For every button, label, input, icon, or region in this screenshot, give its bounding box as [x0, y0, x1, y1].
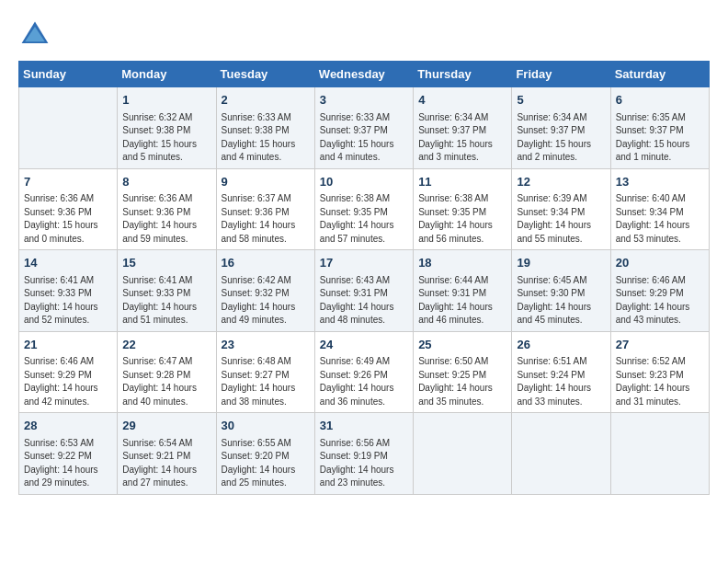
- day-number: 19: [517, 254, 605, 272]
- calendar-cell: 25Sunrise: 6:50 AM Sunset: 9:25 PM Dayli…: [414, 331, 512, 413]
- cell-content: Sunrise: 6:33 AM Sunset: 9:38 PM Dayligh…: [222, 111, 310, 165]
- calendar-cell: 11Sunrise: 6:38 AM Sunset: 9:35 PM Dayli…: [414, 168, 512, 250]
- cell-content: Sunrise: 6:37 AM Sunset: 9:36 PM Dayligh…: [222, 192, 310, 246]
- calendar-cell: 15Sunrise: 6:41 AM Sunset: 9:33 PM Dayli…: [118, 250, 216, 332]
- cell-content: Sunrise: 6:55 AM Sunset: 9:20 PM Dayligh…: [222, 437, 310, 490]
- cell-content: Sunrise: 6:46 AM Sunset: 9:29 PM Dayligh…: [616, 274, 704, 327]
- day-number: 23: [222, 336, 310, 354]
- day-number: 15: [122, 254, 210, 272]
- cell-content: Sunrise: 6:40 AM Sunset: 9:34 PM Dayligh…: [616, 192, 704, 246]
- calendar-cell: 13Sunrise: 6:40 AM Sunset: 9:34 PM Dayli…: [610, 168, 709, 250]
- header-friday: Friday: [512, 62, 610, 87]
- cell-content: Sunrise: 6:52 AM Sunset: 9:23 PM Dayligh…: [616, 355, 704, 408]
- day-number: 4: [418, 91, 506, 109]
- week-row-0: 1Sunrise: 6:32 AM Sunset: 9:38 PM Daylig…: [19, 87, 710, 169]
- calendar-cell: 1Sunrise: 6:32 AM Sunset: 9:38 PM Daylig…: [118, 87, 216, 169]
- day-number: 13: [616, 173, 704, 191]
- calendar-cell: 23Sunrise: 6:48 AM Sunset: 9:27 PM Dayli…: [216, 331, 314, 413]
- cell-content: Sunrise: 6:36 AM Sunset: 9:36 PM Dayligh…: [24, 192, 112, 246]
- calendar-cell: [610, 413, 709, 495]
- week-row-2: 14Sunrise: 6:41 AM Sunset: 9:33 PM Dayli…: [19, 250, 710, 332]
- day-number: 29: [122, 417, 210, 435]
- cell-content: Sunrise: 6:51 AM Sunset: 9:24 PM Dayligh…: [517, 355, 605, 408]
- week-row-1: 7Sunrise: 6:36 AM Sunset: 9:36 PM Daylig…: [19, 168, 710, 250]
- calendar-cell: 24Sunrise: 6:49 AM Sunset: 9:26 PM Dayli…: [314, 331, 413, 413]
- logo-icon: [18, 18, 51, 52]
- day-number: 20: [616, 254, 704, 272]
- day-number: 6: [616, 91, 704, 109]
- cell-content: Sunrise: 6:41 AM Sunset: 9:33 PM Dayligh…: [122, 274, 210, 327]
- header-tuesday: Tuesday: [216, 62, 314, 87]
- calendar-cell: 5Sunrise: 6:34 AM Sunset: 9:37 PM Daylig…: [512, 87, 610, 169]
- header-sunday: Sunday: [19, 62, 118, 87]
- day-number: 2: [222, 91, 310, 109]
- cell-content: Sunrise: 6:34 AM Sunset: 9:37 PM Dayligh…: [418, 111, 506, 165]
- day-number: 21: [24, 336, 112, 354]
- calendar-cell: 21Sunrise: 6:46 AM Sunset: 9:29 PM Dayli…: [19, 331, 118, 413]
- logo: [18, 18, 55, 52]
- week-row-3: 21Sunrise: 6:46 AM Sunset: 9:29 PM Dayli…: [19, 331, 710, 413]
- cell-content: Sunrise: 6:39 AM Sunset: 9:34 PM Dayligh…: [517, 192, 605, 246]
- calendar-table: SundayMondayTuesdayWednesdayThursdayFrid…: [18, 61, 710, 495]
- day-number: 27: [616, 336, 704, 354]
- day-number: 12: [517, 173, 605, 191]
- day-number: 18: [418, 254, 506, 272]
- cell-content: Sunrise: 6:33 AM Sunset: 9:37 PM Dayligh…: [320, 111, 408, 165]
- day-number: 8: [122, 173, 210, 191]
- calendar-cell: 31Sunrise: 6:56 AM Sunset: 9:19 PM Dayli…: [314, 413, 413, 495]
- day-number: 5: [517, 91, 605, 109]
- calendar-cell: 14Sunrise: 6:41 AM Sunset: 9:33 PM Dayli…: [19, 250, 118, 332]
- calendar-cell: 16Sunrise: 6:42 AM Sunset: 9:32 PM Dayli…: [216, 250, 314, 332]
- calendar-cell: 19Sunrise: 6:45 AM Sunset: 9:30 PM Dayli…: [512, 250, 610, 332]
- day-number: 30: [222, 417, 310, 435]
- calendar-cell: 22Sunrise: 6:47 AM Sunset: 9:28 PM Dayli…: [118, 331, 216, 413]
- calendar-cell: 29Sunrise: 6:54 AM Sunset: 9:21 PM Dayli…: [118, 413, 216, 495]
- cell-content: Sunrise: 6:53 AM Sunset: 9:22 PM Dayligh…: [24, 437, 112, 490]
- header-wednesday: Wednesday: [314, 62, 413, 87]
- day-number: 9: [222, 173, 310, 191]
- calendar-cell: 28Sunrise: 6:53 AM Sunset: 9:22 PM Dayli…: [19, 413, 118, 495]
- cell-content: Sunrise: 6:46 AM Sunset: 9:29 PM Dayligh…: [24, 355, 112, 408]
- cell-content: Sunrise: 6:43 AM Sunset: 9:31 PM Dayligh…: [320, 274, 408, 327]
- cell-content: Sunrise: 6:41 AM Sunset: 9:33 PM Dayligh…: [24, 274, 112, 327]
- calendar-cell: [19, 87, 118, 169]
- calendar-cell: 10Sunrise: 6:38 AM Sunset: 9:35 PM Dayli…: [314, 168, 413, 250]
- day-number: 24: [320, 336, 408, 354]
- cell-content: Sunrise: 6:47 AM Sunset: 9:28 PM Dayligh…: [122, 355, 210, 408]
- cell-content: Sunrise: 6:54 AM Sunset: 9:21 PM Dayligh…: [122, 437, 210, 490]
- calendar-cell: 3Sunrise: 6:33 AM Sunset: 9:37 PM Daylig…: [314, 87, 413, 169]
- calendar-cell: 9Sunrise: 6:37 AM Sunset: 9:36 PM Daylig…: [216, 168, 314, 250]
- cell-content: Sunrise: 6:48 AM Sunset: 9:27 PM Dayligh…: [222, 355, 310, 408]
- header-thursday: Thursday: [414, 62, 512, 87]
- calendar-cell: 17Sunrise: 6:43 AM Sunset: 9:31 PM Dayli…: [314, 250, 413, 332]
- cell-content: Sunrise: 6:38 AM Sunset: 9:35 PM Dayligh…: [418, 192, 506, 246]
- calendar-cell: 30Sunrise: 6:55 AM Sunset: 9:20 PM Dayli…: [216, 413, 314, 495]
- day-number: 25: [418, 336, 506, 354]
- cell-content: Sunrise: 6:50 AM Sunset: 9:25 PM Dayligh…: [418, 355, 506, 408]
- calendar-cell: 8Sunrise: 6:36 AM Sunset: 9:36 PM Daylig…: [118, 168, 216, 250]
- day-number: 14: [24, 254, 112, 272]
- cell-content: Sunrise: 6:35 AM Sunset: 9:37 PM Dayligh…: [616, 111, 704, 165]
- page-header: [18, 18, 710, 52]
- day-number: 31: [320, 417, 408, 435]
- week-row-4: 28Sunrise: 6:53 AM Sunset: 9:22 PM Dayli…: [19, 413, 710, 495]
- header-saturday: Saturday: [610, 62, 709, 87]
- day-number: 10: [320, 173, 408, 191]
- cell-content: Sunrise: 6:44 AM Sunset: 9:31 PM Dayligh…: [418, 274, 506, 327]
- cell-content: Sunrise: 6:49 AM Sunset: 9:26 PM Dayligh…: [320, 355, 408, 408]
- calendar-cell: 26Sunrise: 6:51 AM Sunset: 9:24 PM Dayli…: [512, 331, 610, 413]
- day-number: 16: [222, 254, 310, 272]
- day-number: 22: [122, 336, 210, 354]
- cell-content: Sunrise: 6:45 AM Sunset: 9:30 PM Dayligh…: [517, 274, 605, 327]
- day-number: 17: [320, 254, 408, 272]
- cell-content: Sunrise: 6:38 AM Sunset: 9:35 PM Dayligh…: [320, 192, 408, 246]
- day-number: 28: [24, 417, 112, 435]
- day-number: 3: [320, 91, 408, 109]
- cell-content: Sunrise: 6:32 AM Sunset: 9:38 PM Dayligh…: [122, 111, 210, 165]
- cell-content: Sunrise: 6:34 AM Sunset: 9:37 PM Dayligh…: [517, 111, 605, 165]
- day-number: 1: [122, 91, 210, 109]
- calendar-cell: 12Sunrise: 6:39 AM Sunset: 9:34 PM Dayli…: [512, 168, 610, 250]
- calendar-cell: 18Sunrise: 6:44 AM Sunset: 9:31 PM Dayli…: [414, 250, 512, 332]
- calendar-cell: 27Sunrise: 6:52 AM Sunset: 9:23 PM Dayli…: [610, 331, 709, 413]
- calendar-cell: 6Sunrise: 6:35 AM Sunset: 9:37 PM Daylig…: [610, 87, 709, 169]
